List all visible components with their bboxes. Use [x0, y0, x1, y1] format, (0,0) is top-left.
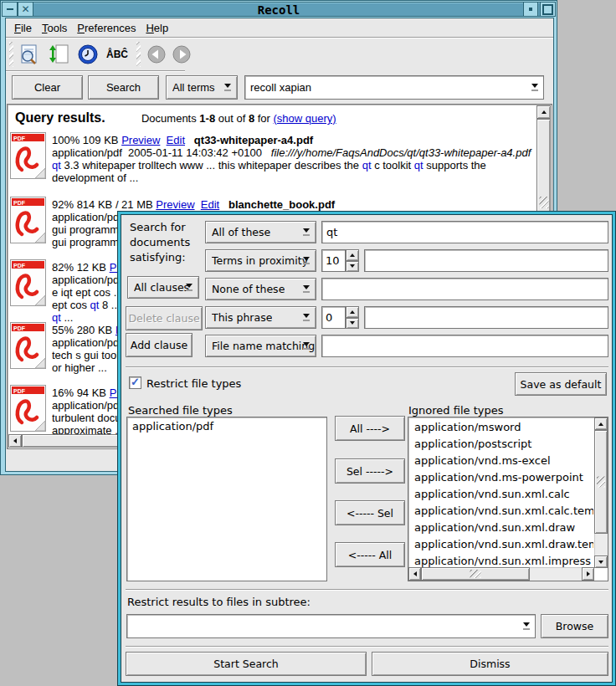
menu-item-preferences[interactable]: Preferences — [77, 20, 136, 36]
abc-glyphs: ÅBĈ — [106, 49, 128, 60]
iconify-button[interactable] — [523, 2, 538, 17]
result-filename: blanchette_book.pdf — [228, 198, 335, 211]
subtree-input[interactable] — [128, 616, 516, 637]
list-item[interactable]: application/vnd.sun.xml.calc — [409, 486, 593, 503]
check-icon: ✓ — [131, 376, 140, 387]
search-button[interactable]: Search — [88, 75, 159, 100]
list-item[interactable]: application/vnd.ms-powerpoint — [409, 469, 593, 486]
iconify-icon — [529, 8, 532, 11]
edit-link[interactable]: Edit — [167, 134, 185, 146]
browse-button[interactable]: Browse — [541, 614, 608, 638]
search-mode-select[interactable]: All terms — [166, 75, 238, 100]
maximize-button[interactable] — [540, 2, 556, 17]
clause-4-type-select[interactable]: This phrase — [205, 306, 316, 329]
clear-button[interactable]: Clear — [12, 75, 83, 100]
menu-item-file[interactable]: File — [14, 20, 32, 36]
delete-clause-button[interactable]: Delete clause — [126, 306, 203, 330]
scroll-left-button[interactable] — [408, 567, 421, 581]
down-arrow-icon — [350, 264, 355, 268]
ignored-hscrollbar — [408, 567, 594, 581]
toolbar-drag-handle[interactable] — [9, 42, 13, 67]
vscroll-slider[interactable] — [594, 430, 608, 534]
restrict-file-types-label: Restrict file types — [146, 377, 241, 390]
show-query-link[interactable]: (show query) — [274, 112, 336, 125]
start-search-button[interactable]: Start Search — [126, 652, 367, 676]
result-text-part: ... — [61, 311, 73, 324]
dismiss-button[interactable]: Dismiss — [372, 652, 608, 676]
svg-text:PDF: PDF — [13, 263, 26, 269]
result-line: 92% 814 KB / 21 MB Preview Edit blanchet… — [52, 198, 536, 211]
clause-5-input[interactable] — [321, 335, 608, 357]
back-button[interactable] — [145, 43, 168, 66]
move-all-right-button[interactable]: All ----> — [335, 416, 405, 441]
list-item[interactable]: application/vnd.sun.xml.draw — [409, 520, 593, 536]
result-text-part — [219, 198, 228, 211]
search-input[interactable] — [246, 77, 525, 98]
proximity-slack-input[interactable] — [321, 249, 346, 272]
result-text-part: 92% 814 KB / 21 MB — [52, 198, 156, 211]
add-clause-button[interactable]: Add clause — [126, 333, 192, 357]
spin-down-button[interactable] — [346, 261, 359, 273]
scroll-right-button[interactable] — [582, 567, 594, 581]
chevron-down-icon[interactable] — [520, 615, 533, 637]
menu-item-help[interactable]: Help — [146, 20, 168, 36]
ignored-file-types-list[interactable]: application/mswordapplication/postscript… — [408, 417, 608, 581]
hscroll-slider[interactable] — [421, 567, 530, 581]
phrase-slack-input[interactable] — [321, 306, 346, 329]
update-index-icon[interactable] — [47, 43, 72, 66]
title-bar[interactable]: Recoll — [2, 2, 556, 17]
term-explorer-icon[interactable]: ÅBĈ — [102, 44, 132, 64]
move-sel-right-button[interactable]: Sel -----> — [335, 458, 405, 484]
scroll-up-button[interactable] — [594, 417, 608, 430]
preview-link[interactable]: Preview — [156, 198, 194, 211]
forward-button[interactable] — [170, 43, 193, 66]
list-item[interactable]: application/vnd.sun.xml.impress — [409, 553, 593, 568]
pdf-icon: PDF — [9, 321, 48, 370]
clause-1-type-select[interactable]: All of these — [205, 221, 316, 243]
save-as-default-button[interactable]: Save as default — [515, 372, 607, 396]
list-item[interactable]: application/vnd.sun.xml.calc.template — [409, 503, 593, 520]
clause-2-type-select[interactable]: Terms in proximity — [205, 249, 316, 272]
spin-up-button[interactable] — [346, 249, 359, 261]
clause-2-input[interactable] — [364, 249, 608, 272]
scroll-down-button[interactable] — [594, 555, 608, 568]
phrase-slack-spinbox — [321, 306, 359, 329]
highlight-term: qt — [90, 299, 100, 311]
left-arrow-icon — [413, 571, 417, 576]
clause-4-input[interactable] — [364, 306, 608, 329]
clause-1-input[interactable] — [321, 221, 608, 243]
window-menu-button[interactable] — [2, 2, 18, 17]
clause-3-type-select[interactable]: None of these — [205, 278, 316, 300]
scroll-up-button[interactable] — [536, 105, 551, 119]
toolbar-drag-handle-2[interactable] — [136, 42, 141, 67]
result-url: file:///y/home/FaqsAndDocs/qt/qt33-white… — [271, 146, 531, 159]
result-text-part: c toolkit — [372, 159, 414, 172]
clause-3-input[interactable] — [321, 278, 608, 300]
clause-5-type-select[interactable]: File name matching — [205, 335, 316, 357]
list-item[interactable]: application/msword — [409, 419, 593, 436]
show-query-detail-icon[interactable] — [17, 43, 42, 66]
move-sel-left-button[interactable]: <----- Sel — [335, 500, 405, 525]
edit-link[interactable]: Edit — [201, 198, 219, 211]
clause-conjunct-select[interactable]: All clauses — [127, 276, 199, 299]
scroll-left-button[interactable] — [8, 434, 22, 448]
list-item[interactable]: application/vnd.sun.xml.draw.template — [409, 536, 593, 553]
close-button[interactable]: ✕ — [18, 2, 33, 17]
chevron-down-icon[interactable] — [528, 76, 542, 99]
back-arrow-icon — [146, 44, 167, 64]
query-combo — [244, 75, 544, 100]
preview-link[interactable]: Preview — [121, 134, 160, 146]
result-line: 100% 109 KB Preview Edit qt33-whitepaper… — [52, 134, 536, 146]
menu-item-tools[interactable]: Tools — [42, 20, 67, 36]
svg-text:PDF: PDF — [13, 200, 26, 206]
spin-up-button[interactable] — [346, 306, 359, 318]
sort-by-date-icon[interactable] — [75, 43, 100, 66]
list-item[interactable]: application/vnd.ms-excel — [409, 453, 593, 469]
searched-file-types-list[interactable]: application/pdf — [126, 417, 327, 581]
restrict-file-types-checkbox[interactable]: ✓ — [129, 376, 141, 389]
list-item[interactable]: application/pdf — [127, 418, 326, 435]
list-item[interactable]: application/postscript — [409, 436, 593, 453]
result-text-part: development of ... — [52, 172, 138, 184]
move-all-left-button[interactable]: <----- All — [335, 542, 405, 567]
spin-down-button[interactable] — [346, 318, 359, 330]
